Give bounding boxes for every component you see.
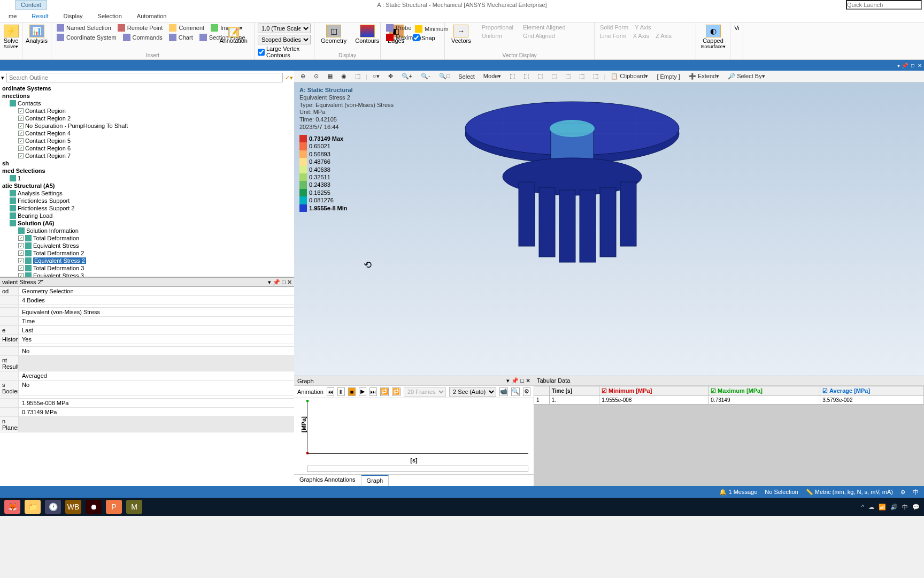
anim-zoom-icon[interactable]: 🔍 [511,387,520,396]
select-mode-icon[interactable]: ▦ [324,72,336,81]
tray-ime[interactable]: 中 [902,503,908,511]
firefox-icon[interactable]: 🦊 [4,500,20,514]
col-time[interactable]: Time [s] [549,386,599,396]
close-icon[interactable]: ✕ [918,63,922,69]
tree-node[interactable]: ✓Equivalent Stress [0,242,294,249]
tree-node[interactable]: Solution (A6) [0,219,294,227]
anim-stop-icon[interactable]: ■ [348,387,356,396]
record-icon[interactable]: ⏺ [86,500,102,514]
anim-last-icon[interactable]: ⏭ [369,387,377,396]
tabular-grid[interactable]: Time [s] ☑ Minimum [MPa] ☑ Maximum [MPa]… [534,386,924,405]
anim-pause-icon[interactable]: ⏸ [337,387,345,396]
details-row[interactable]: 1.9555e-008 MPa [0,399,294,408]
yaxis-button[interactable]: Y Axis [633,24,653,31]
analysis-button[interactable]: 📊Analysis [26,24,48,45]
tree-node[interactable]: ✓Total Deformation 2 [0,249,294,257]
tree-node[interactable]: ✓Equivalent Stress 3 [0,272,294,277]
details-row[interactable]: 0.73149 MPa [0,408,294,417]
explorer-icon[interactable]: 📁 [25,500,41,514]
tree-node[interactable]: Frictionless Support [0,197,294,204]
xaxis-button[interactable]: X Axis [631,32,652,40]
vi-button[interactable]: Vi [734,24,740,32]
status-icon-1[interactable]: ⊕ [900,489,905,496]
proportional-button[interactable]: Proportional [480,24,515,31]
anim-export-icon[interactable]: 📹 [499,387,508,396]
tab-graph[interactable]: Graph [361,475,389,486]
details-row[interactable]: s BodiesNo [0,381,294,396]
tree-node[interactable]: ✓Contact Region 2 [0,115,294,122]
tree-node[interactable]: med Selections [0,167,294,174]
anim-loop-icon[interactable]: 🔁 [380,387,389,396]
scoped-select[interactable]: Scoped Bodies [258,35,311,44]
col-min[interactable]: ☑ Minimum [MPa] [599,386,709,396]
clock-icon[interactable]: 🕐 [45,500,61,514]
outline-search-input[interactable] [6,73,283,82]
tree-node[interactable]: ✓Equivalent Stress 2 [0,257,294,264]
details-row[interactable]: odGeometry Selection [0,287,294,296]
details-row[interactable]: Time [0,317,294,326]
graph-header-controls[interactable]: ▾ 📌 □ ✕ [506,377,530,384]
zoom-fit-icon[interactable]: ⊙ [311,72,322,81]
tree-node[interactable]: ✓Contact Region [0,107,294,115]
tree-node[interactable]: ✓Total Deformation [0,234,294,242]
tree-node[interactable]: ✓Contact Region 7 [0,152,294,159]
geometry-button[interactable]: ◫Geometry [318,24,350,45]
iso-view-icon[interactable]: ◉ [338,72,350,81]
tree-node[interactable]: ✓Contact Region 4 [0,130,294,137]
tree-node[interactable]: 1 [0,174,294,182]
large-vertex-check[interactable]: Large Vertex Contours [258,45,311,58]
zoom-reset-icon[interactable]: ⊕ [297,72,309,81]
solid-form-button[interactable]: Solid Form [598,24,630,31]
zoom-in-icon[interactable]: 🔍+ [398,72,415,81]
zaxis-button[interactable]: Z Axis [653,32,674,40]
empty-clipboard[interactable]: [ Empty ] [653,72,683,81]
details-row[interactable]: nt Results [0,356,294,371]
anim-loop2-icon[interactable]: 🔂 [392,387,401,396]
commands-button[interactable]: Commands [121,33,165,42]
tab-home[interactable]: me [1,11,24,21]
tab-selection[interactable]: Selection [90,11,129,21]
element-aligned-button[interactable]: Element Aligned [521,24,568,31]
details-row[interactable]: eLast [0,326,294,335]
tab-automation[interactable]: Automation [129,11,174,21]
grid-aligned-button[interactable]: Grid Aligned [521,32,568,40]
view4-icon[interactable]: ⬚ [548,72,560,81]
frames-select[interactable]: 20 Frames [404,387,446,397]
tab-result[interactable]: Result [24,11,56,21]
tree-node[interactable]: Frictionless Support 2 [0,204,294,212]
tab-graphics-annotations[interactable]: Graphics Annotations [294,475,361,486]
tab-display[interactable]: Display [56,11,90,21]
zoom-box-icon[interactable]: 🔍□ [436,72,453,81]
view3-icon[interactable]: ⬚ [534,72,546,81]
details-row[interactable]: No [0,347,294,356]
view6-icon[interactable]: ⬚ [576,72,588,81]
comment-button[interactable]: Comment [167,24,206,32]
clipboard-dropdown[interactable]: 📋 Clipboard▾ [607,72,651,81]
col-max[interactable]: ☑ Maximum [MPa] [709,386,820,396]
tree-node[interactable]: ✓Contact Region 5 [0,137,294,144]
named-selection-button[interactable]: Named Selection [55,24,113,32]
wireframe-icon[interactable]: ⬚ [352,72,364,81]
tree-node[interactable]: Bearing Load [0,212,294,219]
tree-node[interactable]: ordinate Systems [0,85,294,92]
tree-node[interactable]: Solution Information [0,227,294,234]
mode-dropdown[interactable]: Mode▾ [480,72,505,81]
outline-tree[interactable]: ordinate SystemsnnectionsContacts✓Contac… [0,85,294,277]
zoom-out-icon[interactable]: 🔍- [418,72,434,81]
tray-wifi-icon[interactable]: 📶 [879,504,886,511]
details-row[interactable]: Averaged [0,371,294,381]
details-row[interactable]: n Planes [0,417,294,432]
maximize-icon[interactable]: □ [911,63,914,69]
annotation-button[interactable]: 📝Annotation [216,26,251,45]
vectors-button[interactable]: →Vectors [448,24,474,45]
tray-notif-icon[interactable]: 💬 [912,504,920,511]
view2-icon[interactable]: ⬚ [520,72,532,81]
tree-node[interactable]: ✓Contact Region 6 [0,144,294,152]
search-clear-icon[interactable]: ✓▾ [285,74,293,81]
tree-node[interactable]: Analysis Settings [0,189,294,197]
table-row[interactable]: 1 1. 1.9555e-008 0.73149 3.5793e-002 [534,396,924,405]
details-row[interactable]: 4 Bodies [0,296,294,305]
status-lang[interactable]: 中 [913,488,919,496]
pin-icon[interactable]: ▾ 📌 [897,63,908,69]
anim-first-icon[interactable]: ⏮ [327,387,334,396]
